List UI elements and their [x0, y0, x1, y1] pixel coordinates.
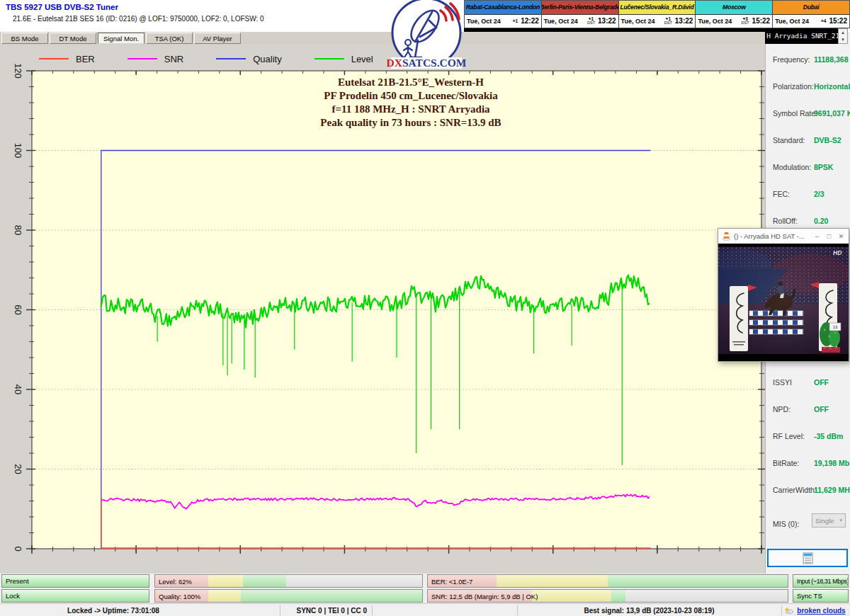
param-value: 8PSK	[814, 163, 833, 171]
bar-segment	[208, 575, 243, 587]
clock-time: 15:22	[829, 17, 847, 25]
clock-cell-0: Rabat-Casablanca-LondonTue, Oct 24+112:2…	[465, 1, 542, 28]
param-value: 11,629 MHz	[814, 486, 850, 494]
scroll-down-icon[interactable]: ▼	[839, 36, 847, 43]
weather-icon	[784, 607, 794, 615]
console-scrollbar[interactable]: ▲ ▼	[838, 28, 848, 44]
mis-label: MIS (0):	[773, 520, 799, 528]
app-title: TBS 5927 USB DVB-S2 Tuner	[6, 3, 118, 11]
lock-indicator: Lock	[1, 589, 149, 603]
clock-name: Dubai	[773, 1, 849, 15]
param-label: Standard:	[773, 136, 805, 144]
clock-body: Tue, Oct 24+1DST13:22	[542, 15, 618, 28]
legend-item-ber: BER	[39, 54, 95, 64]
bar-segment	[241, 590, 422, 602]
vlc-maximize-button[interactable]: □	[823, 229, 835, 244]
tab-av-player[interactable]: AV Player	[194, 33, 241, 44]
dxsatcs-logo: DXSATCS.COM	[387, 0, 466, 71]
logo-text-dx: DX	[387, 57, 403, 69]
svg-text:60: 60	[13, 304, 23, 314]
clock-date: Tue, Oct 24	[467, 18, 501, 25]
vlc-minimize-button[interactable]: –	[811, 229, 823, 244]
equestrian-video-frame: 13 HD	[718, 244, 849, 361]
satellite-dish-icon: DXSATCS.COM	[387, 0, 466, 71]
svg-text:100: 100	[13, 143, 23, 159]
sync-counters: SYNC 0 | TEI 0 | CC 0	[283, 604, 367, 616]
legend-label: BER	[76, 54, 95, 64]
app-window: TBS 5927 USB DVB-S2 Tuner 21.6E - Eutels…	[0, 0, 850, 616]
level-progress-bar: Level: 62%	[154, 574, 423, 588]
status-bar: Locked -> Uptime: 73:01:08 SYNC 0 | TEI …	[0, 603, 850, 616]
legend-item-quality: Quality	[216, 54, 281, 64]
param-label: Frequency:	[773, 55, 810, 64]
legend-swatch	[39, 58, 69, 59]
param-value: 9691,037 KS/s	[814, 109, 850, 118]
param-value: OFF	[814, 405, 829, 413]
param-value: Horizontal	[814, 82, 850, 91]
mis-dropdown[interactable]: Single ▾	[812, 513, 846, 527]
param-value: 2/3	[814, 190, 824, 198]
vlc-window: () - Arryadia HD SAT -... – □ ✕	[718, 228, 849, 362]
tab-tsa-ok[interactable]: TSA (OK)	[146, 33, 193, 44]
ber-progress-bar: BER: <1.0E-7	[427, 574, 788, 588]
legend-label: Quality	[253, 54, 281, 64]
weather-link[interactable]: broken clouds	[797, 607, 845, 615]
clock-name: Berlin-Paris-Vienna-Belgrade	[542, 1, 618, 15]
annotation-line-2: PF Prodelin 450 cm_Lucenec/Slovakia	[212, 89, 609, 103]
best-signal-status: Best signal: 13,9 dB (2023-10-23 08:19)	[517, 604, 781, 616]
scroll-up-icon[interactable]: ▲	[839, 29, 847, 36]
tab-signal-mon[interactable]: Signal Mon.	[98, 33, 144, 44]
clock-body: Tue, Oct 24+3DST15:22	[696, 15, 772, 28]
clock-name: Rabat-Casablanca-London	[465, 1, 541, 15]
vlc-cone-icon	[722, 232, 731, 241]
param-label: RollOff:	[773, 217, 798, 225]
bar-segment	[532, 590, 611, 602]
clock-cell-1: Berlin-Paris-Vienna-BelgradeTue, Oct 24+…	[542, 1, 619, 28]
clock-date: Tue, Oct 24	[544, 18, 578, 25]
clock-date: Tue, Oct 24	[621, 18, 655, 25]
stream-list-button[interactable]	[767, 549, 848, 567]
input-rate-indicator: Input (~18,31 Mbps)	[793, 574, 849, 588]
bar-segment	[611, 590, 625, 602]
clock-cell-4: DubaiTue, Oct 24+415:22	[773, 1, 849, 28]
legend-swatch	[314, 58, 344, 59]
vlc-title-bar[interactable]: () - Arryadia HD SAT -... – □ ✕	[718, 229, 849, 244]
clock-date: Tue, Oct 24	[775, 18, 809, 25]
bar-segment	[608, 575, 788, 587]
chevron-down-icon: ▾	[839, 518, 842, 523]
tab-bs-mode[interactable]: BS Mode	[1, 33, 48, 44]
vlc-close-button[interactable]: ✕	[835, 229, 847, 244]
clock-offset: +3DST	[742, 17, 749, 25]
param-label: Polarization:	[773, 82, 814, 91]
snr-progress-bar: SNR: 12,5 dB (Margin: 5,9 dB | OK)	[427, 589, 788, 603]
bar-level-label: Level: 62%	[159, 575, 192, 588]
clock-body: Tue, Oct 24+1DST13:22	[619, 15, 696, 28]
clock-time: 13:22	[675, 17, 693, 25]
param-value: 0.20	[814, 217, 828, 225]
tab-dt-mode[interactable]: DT Mode	[50, 33, 96, 44]
param-value: 19,198 Mbit/s	[814, 459, 850, 467]
clock-time: 13:22	[598, 17, 616, 25]
bar-segment	[286, 575, 422, 587]
clock-name: Lučenec/Slovakia_R.Dávid	[619, 1, 696, 15]
logo-text-rest: SATCS.COM	[402, 57, 466, 69]
chart-annotation: Eutelsat 21B-21.5°E_Western-H PF Prodeli…	[212, 76, 609, 130]
quality-progress-bar: Quality: 100%	[154, 589, 423, 603]
annotation-line-1: Eutelsat 21B-21.5°E_Western-H	[212, 76, 609, 89]
bar-segment	[208, 590, 240, 602]
svg-text:0: 0	[13, 546, 23, 551]
world-clocks: Rabat-Casablanca-LondonTue, Oct 24+112:2…	[464, 0, 850, 28]
clock-time: 15:22	[752, 17, 771, 25]
bar-snr-label: SNR: 12,5 dB (Margin: 5,9 dB | OK)	[431, 590, 538, 603]
svg-text:80: 80	[13, 225, 23, 235]
legend-label: SNR	[164, 54, 183, 64]
bar-segment	[497, 575, 608, 587]
param-label: Symbol Rate:	[773, 109, 817, 118]
clock-date: Tue, Oct 24	[698, 18, 732, 25]
clock-name: Moscow	[696, 1, 772, 15]
vlc-video-area[interactable]: 13 HD	[718, 244, 849, 361]
param-label: ISSYI	[773, 378, 792, 387]
param-value: DVB-S2	[814, 136, 842, 144]
app-subtitle: 21.6E - Eutelsat 21B SES 16 (ID: 0216) @…	[13, 15, 264, 23]
uptime-status: Locked -> Uptime: 73:01:08	[0, 604, 227, 616]
